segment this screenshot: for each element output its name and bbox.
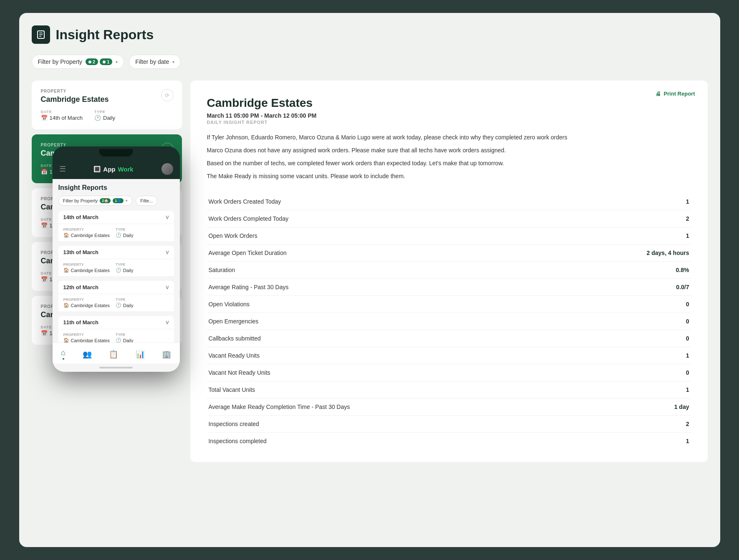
metric-value-6: 0	[574, 296, 691, 313]
app-icon	[32, 25, 50, 44]
filter-date-button[interactable]: Filter by date ▾	[129, 55, 181, 69]
mobile-group-date-0: 14th of March	[63, 214, 99, 220]
metric-label-4: Saturation	[207, 262, 575, 279]
metric-label-12: Average Make Ready Completion Time - Pas…	[207, 399, 575, 416]
metric-row-3: Average Open Ticket Duration2 days, 4 ho…	[207, 245, 691, 262]
mobile-item-property-1: PROPERTY 🏠 Cambridge Estates	[63, 262, 110, 273]
mobile-nav-chart[interactable]: 📊	[136, 350, 145, 359]
mobile-overlay: ☰ 🔳 AppWork Insight Reports Filter by Pr…	[53, 146, 180, 372]
mobile-group-date-1: 13th of March	[63, 249, 99, 255]
mobile-group-header-0[interactable]: 14th of March V	[58, 211, 174, 224]
mobile-item-type-0: TYPE 🕐 Daily	[116, 227, 133, 238]
calendar-icon-0: 📅	[41, 115, 48, 121]
mobile-group-header-3[interactable]: 11th of March V	[58, 316, 174, 329]
mobile-badge-1: 2🏠	[100, 198, 111, 203]
mobile-item-type-2: TYPE 🕐 Daily	[116, 298, 133, 308]
insight-1: Marco Ozuna does not have any assigned w…	[207, 146, 691, 155]
mobile-nav-building[interactable]: 🏢	[162, 350, 171, 359]
metric-value-13: 2	[574, 416, 691, 433]
chevron-icon-2: V	[166, 285, 169, 290]
report-type-label: DAILY INSIGHT REPORT	[207, 120, 691, 125]
mobile-group-0: 14th of March V PROPERTY 🏠 Cambridge Est…	[58, 211, 174, 242]
logo-text-app: App	[103, 166, 115, 173]
filter-property-label: Filter by Property	[38, 58, 83, 65]
filter-property-button[interactable]: Filter by Property 2 1 ▾	[32, 55, 124, 69]
property-name-0: Cambridge Estates	[41, 95, 173, 104]
metric-row-5: Average Rating - Past 30 Days0.0/7	[207, 279, 691, 296]
filter-bar: Filter by Property 2 1 ▾ Filter by date …	[32, 55, 708, 69]
mobile-nav-reports[interactable]: 👥	[83, 350, 92, 359]
metric-value-5: 0.0/7	[574, 279, 691, 296]
mobile-avatar	[161, 163, 173, 175]
insight-2: Based on the number of techs, we complet…	[207, 159, 691, 168]
calendar-icon-4: 📅	[41, 330, 48, 336]
mobile-logo: 🔳 AppWork	[93, 166, 133, 173]
date-group-0: DATE 📅 14th of March	[41, 110, 83, 121]
chevron-icon-0: V	[166, 215, 169, 220]
metric-value-12: 1 day	[574, 399, 691, 416]
metrics-table: Work Orders Created Today1Work Orders Co…	[207, 193, 691, 449]
badge-people: 2	[86, 58, 98, 65]
metric-row-14: Inspections completed1	[207, 433, 691, 450]
chevron-down-icon: ▾	[116, 60, 118, 64]
metric-label-11: Total Vacant Units	[207, 381, 575, 399]
metric-row-9: Vacant Ready Units1	[207, 347, 691, 364]
print-report-button[interactable]: 🖨 Print Report	[656, 91, 695, 97]
metric-label-2: Open Work Orders	[207, 227, 575, 245]
mobile-item-property-2: PROPERTY 🏠 Cambridge Estates	[63, 298, 110, 308]
mobile-nav-home[interactable]: ⌂	[61, 348, 66, 360]
metric-label-0: Work Orders Created Today	[207, 193, 575, 210]
metric-value-1: 2	[574, 210, 691, 227]
metric-row-0: Work Orders Created Today1	[207, 193, 691, 210]
mobile-app: ☰ 🔳 AppWork Insight Reports Filter by Pr…	[53, 159, 180, 372]
mobile-group-header-2[interactable]: 12th of March V	[58, 281, 174, 294]
nav-dot	[63, 358, 64, 360]
mobile-filter-date-btn[interactable]: Filte...	[136, 196, 157, 206]
metric-label-6: Open Violations	[207, 296, 575, 313]
metric-row-2: Open Work Orders1	[207, 227, 691, 245]
clock-icon-0: 🕐	[94, 115, 101, 121]
metric-value-8: 0	[574, 330, 691, 347]
mobile-page-title: Insight Reports	[58, 184, 174, 192]
metric-value-7: 0	[574, 313, 691, 330]
building-icon: 🏢	[162, 350, 171, 359]
page-title: Insight Reports	[56, 27, 154, 43]
filter-badges: 2 1	[86, 58, 112, 65]
report-detail: 🖨 Print Report Cambridge Estates March 1…	[190, 81, 708, 462]
mobile-filter-bar: Filter by Property 2🏠 1👤 ▾ Filte...	[58, 196, 174, 206]
metric-value-9: 1	[574, 347, 691, 364]
document-icon	[36, 30, 46, 40]
report-date-range: March 11 05:00 PM - March 12 05:00 PM	[207, 112, 691, 119]
mobile-nav-calendar[interactable]: 📋	[109, 350, 118, 359]
mobile-group-item-1: PROPERTY 🏠 Cambridge Estates TYPE 🕐 Dail…	[58, 259, 174, 277]
mobile-filter-property-btn[interactable]: Filter by Property 2🏠 1👤 ▾	[58, 196, 133, 206]
header: Insight Reports	[32, 25, 708, 44]
report-card-0[interactable]: ⟳ PROPERTY Cambridge Estates DATE 📅 14th…	[32, 81, 182, 129]
mobile-item-property-0: PROPERTY 🏠 Cambridge Estates	[63, 227, 110, 238]
metric-value-10: 0	[574, 364, 691, 381]
badge-properties: 1	[100, 58, 112, 65]
chart-icon: 📊	[136, 350, 145, 359]
mobile-item-type-1: TYPE 🕐 Daily	[116, 262, 133, 273]
metric-value-4: 0.8%	[574, 262, 691, 279]
metric-label-13: Inspections created	[207, 416, 575, 433]
mobile-group-header-1[interactable]: 13th of March V	[58, 246, 174, 259]
metric-label-7: Open Emergencies	[207, 313, 575, 330]
metric-row-4: Saturation0.8%	[207, 262, 691, 279]
mobile-group-date-3: 11th of March	[63, 319, 99, 325]
metric-label-14: Inspections completed	[207, 433, 575, 450]
logo-text-work: Work	[118, 166, 133, 173]
type-group-0: TYPE 🕐 Daily	[94, 110, 115, 121]
metric-value-0: 1	[574, 193, 691, 210]
calendar-icon: 📋	[109, 350, 118, 359]
mobile-group-item-2: PROPERTY 🏠 Cambridge Estates TYPE 🕐 Dail…	[58, 294, 174, 312]
property-label-0: PROPERTY	[41, 89, 173, 93]
mobile-group-2: 12th of March V PROPERTY 🏠 Cambridge Est…	[58, 281, 174, 312]
report-title: Cambridge Estates	[207, 96, 691, 110]
metric-label-9: Vacant Ready Units	[207, 347, 575, 364]
mobile-status-bar	[53, 146, 180, 159]
metric-label-3: Average Open Ticket Duration	[207, 245, 575, 262]
chevron-down-icon-date: ▾	[172, 60, 174, 64]
metric-label-5: Average Rating - Past 30 Days	[207, 279, 575, 296]
mobile-home-indicator	[53, 363, 180, 372]
